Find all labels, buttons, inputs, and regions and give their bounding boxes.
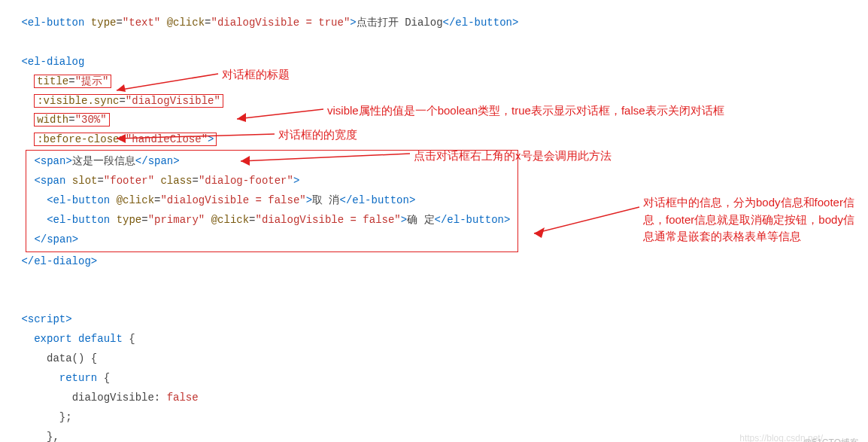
annotation-width: 对话框的的宽度: [278, 127, 357, 144]
code-line: },: [15, 428, 860, 442]
title-attr-box: title="提示": [34, 75, 111, 88]
code-line: <el-button type="text" @click="dialogVis…: [15, 14, 860, 33]
code-line: <el-button @click="dialogVisible = false…: [28, 191, 510, 211]
annotation-visible: visible属性的值是一个boolean类型，true表示显示对话框，fals…: [327, 102, 724, 120]
code-line: <span slot="footer" class="dialog-footer…: [28, 172, 510, 191]
width-attr-box: width="30%": [34, 113, 109, 127]
attr: type: [84, 17, 116, 29]
code-line: export default {: [15, 330, 860, 349]
svg-line-8: [534, 207, 639, 233]
code-line: </span>: [28, 230, 510, 250]
visible-attr-box: :visible.sync="dialogVisible": [34, 94, 223, 108]
code-line: dialogVisible: false: [15, 389, 860, 408]
dialog-body-box: <span>这是一段信息</span> <span slot="footer" …: [26, 150, 518, 251]
value: "text": [123, 17, 160, 29]
svg-marker-9: [534, 227, 545, 238]
code-line: return {: [15, 369, 860, 389]
code-line: </el-dialog>: [15, 252, 860, 272]
watermark-51cto: @51CTO博客: [803, 434, 859, 442]
annotation-title: 对话框的标题: [222, 66, 290, 84]
code-line: title="提示": [15, 72, 860, 92]
code-block: <el-button type="text" @click="dialogVis…: [15, 8, 860, 442]
before-close-attr-box: :before-close="handleClose">: [34, 133, 217, 146]
code-line: };: [15, 408, 860, 428]
annotation-before-close: 点击对话框右上角的x号是会调用此方法: [414, 148, 612, 165]
tag: <el-button: [21, 17, 84, 29]
code-line: <script>: [15, 310, 860, 330]
code-line: data() {: [15, 349, 860, 369]
code-line: <el-dialog: [15, 53, 860, 72]
code-line: <el-button type="primary" @click="dialog…: [28, 211, 510, 230]
annotation-body: 对话框中的信息，分为body信息和footer信息，footer信息就是取消确定…: [643, 194, 861, 245]
